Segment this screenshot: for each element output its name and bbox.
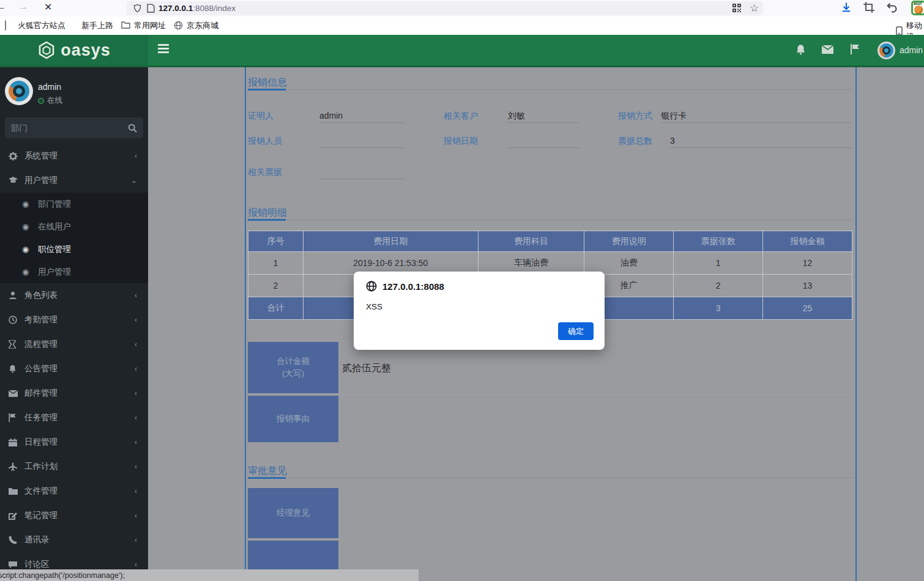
field-label-bxrq: 报销日期 xyxy=(444,136,478,147)
sidebar-item-department-manage[interactable]: ◉ 部门管理 xyxy=(0,193,148,215)
bookmark-firefox-official[interactable]: 火狐官方站点 xyxy=(5,20,65,31)
field-value-pjzs[interactable]: 3 xyxy=(670,136,675,146)
notifications-bell-icon[interactable] xyxy=(795,44,806,55)
sidebar-item-announcements[interactable]: 公告管理 ‹ xyxy=(0,357,148,381)
stop-icon[interactable]: ✕ xyxy=(44,1,52,13)
bookmark-getting-started[interactable]: 新手上路 xyxy=(69,20,113,31)
sidebar-item-contacts[interactable]: 通讯录 ‹ xyxy=(0,528,148,552)
download-icon[interactable] xyxy=(840,1,854,15)
sidebar-item-users[interactable]: 用户管理 ⌄ xyxy=(0,168,148,193)
folder-icon xyxy=(9,487,18,495)
header-username[interactable]: admin xyxy=(900,45,923,55)
oasys-logo[interactable]: oasys xyxy=(0,35,148,65)
sidebar-item-workflow[interactable]: 流程管理 ‹ xyxy=(0,332,148,357)
field-label-zmr: 证明人 xyxy=(248,111,274,122)
gear-icon xyxy=(9,152,18,161)
chevron-left-icon: ‹ xyxy=(135,487,137,495)
firefox-ball-icon xyxy=(69,21,78,31)
circle-dot-icon: ◉ xyxy=(22,267,31,276)
flag-icon[interactable] xyxy=(851,44,860,54)
link-status-tooltip: javascript:changepath('/positionmanage')… xyxy=(0,569,419,581)
avatar[interactable] xyxy=(877,42,895,59)
field-label-xgkh: 相关客户 xyxy=(444,111,478,122)
app-header: oasys admin xyxy=(0,35,924,67)
circle-dot-icon: ◉ xyxy=(22,245,31,254)
table-header-row: 序号 费用日期 费用科目 费用说明 票据张数 报销金额 xyxy=(248,231,852,252)
sidebar: admin 在线 系统管理 ‹ xyxy=(0,67,148,581)
forward-icon[interactable]: → xyxy=(18,1,28,12)
avatar xyxy=(5,77,33,105)
chevron-left-icon: ‹ xyxy=(135,340,137,349)
sidebar-item-attendance[interactable]: 考勤管理 ‹ xyxy=(0,308,148,332)
chevron-left-icon: ‹ xyxy=(135,536,137,544)
field-value-bxfs[interactable]: 银行卡 xyxy=(661,111,687,122)
hamburger-menu-icon[interactable] xyxy=(158,43,169,53)
calendar-icon xyxy=(9,439,18,446)
clock-icon xyxy=(9,316,18,324)
phone-icon xyxy=(9,536,18,544)
flag-icon xyxy=(9,413,18,422)
sidebar-item-system[interactable]: 系统管理 ‹ xyxy=(0,144,148,168)
shield-icon[interactable] xyxy=(133,4,142,13)
chevron-left-icon: ‹ xyxy=(135,462,137,471)
search-icon[interactable] xyxy=(128,124,137,133)
alert-origin: 127.0.0.1:8088 xyxy=(382,281,444,292)
search-input[interactable] xyxy=(5,124,128,133)
chevron-left-icon: ‹ xyxy=(135,316,137,324)
field-label-bxfs: 报销方式 xyxy=(618,111,652,122)
field-value-xgkh[interactable]: 刘敏 xyxy=(508,111,525,122)
back-icon[interactable]: ← xyxy=(0,1,6,12)
chevron-down-icon: ⌄ xyxy=(131,176,137,185)
sidebar-item-tasks[interactable]: 任务管理 ‹ xyxy=(0,405,148,430)
chevron-left-icon: ‹ xyxy=(135,389,137,398)
globe-icon xyxy=(174,21,184,31)
total-amount-label-cell: 合计金额 (大写) xyxy=(248,342,338,393)
alert-dialog-header: 127.0.0.1:8088 xyxy=(366,281,444,292)
chevron-left-icon: ‹ xyxy=(135,560,137,569)
users-submenu: ◉ 部门管理 ◉ 在线用户 ◉ 职位管理 ◉ 用户管理 xyxy=(0,193,148,283)
chevron-left-icon: ‹ xyxy=(135,413,137,422)
section-title-detail: 报销明细 xyxy=(248,207,287,220)
chevron-left-icon: ‹ xyxy=(135,438,137,446)
sidebar-item-files[interactable]: 文件管理 ‹ xyxy=(0,479,148,503)
plane-icon xyxy=(9,462,18,471)
burp-extension-icon[interactable]: Bur xyxy=(911,1,924,15)
sidebar-item-schedule[interactable]: 日程管理 ‹ xyxy=(0,430,148,454)
field-label-xgpj: 相关票据 xyxy=(248,167,282,178)
bookmark-star-icon[interactable]: ☆ xyxy=(750,2,759,15)
section-title-approval: 审批意见 xyxy=(248,465,287,478)
online-dot-icon xyxy=(38,98,44,104)
sidebar-item-notes[interactable]: 笔记管理 ‹ xyxy=(0,503,148,528)
section-title-info: 报销信息 xyxy=(248,76,287,89)
field-label-bxry: 报销人员 xyxy=(248,136,282,147)
bookmark-jd[interactable]: 京东商城 xyxy=(174,20,218,31)
sidebar-search xyxy=(5,117,143,138)
sidebar-item-work-plan[interactable]: 工作计划 ‹ xyxy=(0,454,148,479)
mail-envelope-icon[interactable] xyxy=(822,45,833,54)
sidebar-item-user-manage[interactable]: ◉ 用户管理 xyxy=(0,261,148,283)
chevron-left-icon: ‹ xyxy=(135,152,137,160)
graduation-cap-icon xyxy=(9,177,18,185)
user-icon xyxy=(9,291,18,300)
alert-ok-button[interactable]: 确定 xyxy=(558,322,594,340)
chevron-left-icon: ‹ xyxy=(135,365,137,373)
table-row: 1 2019-10-6 21:53:50 车辆油费 油费 1 12 xyxy=(248,252,852,275)
qr-code-icon[interactable] xyxy=(732,4,741,12)
url-host: 127.0.0.1 xyxy=(158,4,193,13)
pencil-square-icon xyxy=(9,511,18,520)
undo-icon[interactable] xyxy=(885,1,899,15)
hourglass-icon xyxy=(9,340,18,349)
sidebar-item-online-users[interactable]: ◉ 在线用户 xyxy=(0,215,148,238)
sidebar-item-position-manage[interactable]: ◉ 职位管理 xyxy=(0,238,148,261)
bookmark-common-sites[interactable]: 常用网址 xyxy=(121,20,166,31)
field-label-pjzs: 票据总数 xyxy=(618,136,652,147)
manager-opinion-label-cell: 经理意见 xyxy=(248,488,338,538)
alert-dialog: 127.0.0.1:8088 XSS 确定 xyxy=(354,272,605,350)
sidebar-item-roles[interactable]: 角色列表 ‹ xyxy=(0,283,148,308)
bookmarks-bar: 火狐官方站点 新手上路 常用网址 京东商城 xyxy=(0,17,924,35)
url-bar[interactable]: 127.0.0.1:8088/index ☆ xyxy=(127,1,763,15)
sidebar-item-mail[interactable]: 邮件管理 ‹ xyxy=(0,381,148,405)
circle-dot-icon: ◉ xyxy=(22,222,31,231)
field-value-zmr[interactable]: admin xyxy=(319,111,343,120)
screenshot-crop-icon[interactable] xyxy=(863,1,876,15)
